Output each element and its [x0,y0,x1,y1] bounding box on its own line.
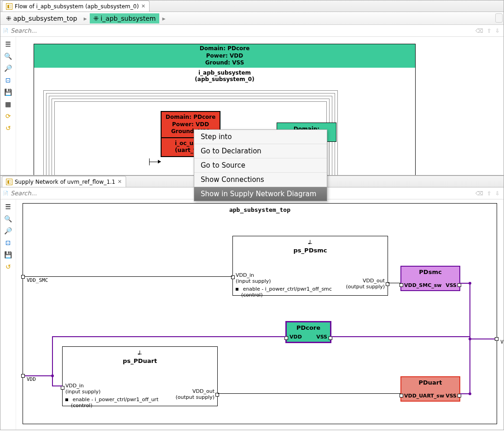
loop-icon[interactable]: ↺ [5,263,12,270]
wire [469,339,488,339]
tab-flow[interactable]: ◧ Flow of i_apb_subsystem (apb_subsystem… [2,0,150,12]
tree-icon[interactable]: ☰ [5,41,12,48]
chip-icon: ⁜ [93,15,99,22]
save-icon[interactable]: 💾 [5,88,12,96]
chip-icon: ⁜ [6,15,12,22]
wire [52,336,53,376]
pdcore-block[interactable]: PDcore VDD VSS [285,321,331,343]
save-icon[interactable]: 💾 [5,251,12,258]
port-vss[interactable] [495,337,498,341]
close-icon[interactable]: ✕ [117,179,122,185]
ctx-show-connections[interactable]: Show Connections [194,173,327,187]
zoom-in-icon[interactable]: 🔍 [5,53,12,60]
supply-body: ☰ 🔍 🔎 ⊡ 💾 ↺ apb_subsystem_top VDD_SMC VD… [0,199,504,430]
breadcrumb-item-subsystem[interactable]: ⁜ i_apb_subsystem [90,13,160,23]
breadcrumb-label: i_apb_subsystem [100,15,156,22]
search-tools: ⌫ ⇧ ⇩ [475,190,502,197]
left-toolbar: ☰ 🔍 🔎 ⊡ 💾 ▦ ⟳ ↺ [0,37,16,175]
tab-bar: ◧ Flow of i_apb_subsystem (apb_subsystem… [0,0,504,12]
label-vss: VSS [500,339,504,345]
tab-label: Flow of i_apb_subsystem (apb_subsystem_0… [15,3,139,10]
wire [52,385,62,386]
search-tools: ⌫ ⇧ ⇩ [475,28,502,34]
flow-icon: ◧ [6,3,12,10]
up-icon[interactable]: ⇧ [487,28,492,34]
close-icon[interactable]: ✕ [141,3,145,9]
down-icon[interactable]: ⇩ [495,190,500,197]
top-block-title: apb_subsystem_top [23,204,497,216]
filter-icon[interactable]: 📄 [2,28,9,34]
clear-icon[interactable]: ⌫ [475,190,483,197]
label-vdd-smc: VDD_SMC [27,277,48,283]
tab-label: Supply Network of uvm_ref_flow_1.1 [15,179,115,185]
loop-icon[interactable]: ↺ [5,124,12,132]
search-input[interactable] [11,27,474,34]
chevron-right-icon: ▸ [83,15,88,22]
domain-header: Domain: PDcore Power: VDD Ground: VSS [34,44,415,68]
zoom-fit-icon[interactable]: ⊡ [5,76,12,84]
zoom-out-icon[interactable]: 🔎 [5,227,12,234]
clear-icon[interactable]: ⌫ [475,28,483,34]
grid-icon[interactable]: ▦ [5,100,12,108]
down-icon[interactable]: ⇩ [495,28,500,34]
port-vdd[interactable] [21,374,25,378]
breadcrumb-label: apb_subsystem_top [13,15,77,22]
pdsmc-block[interactable]: PDsmc VDD_SMC_sw VSS [400,266,460,291]
zoom-out-icon[interactable]: 🔎 [5,64,12,72]
filter-icon[interactable]: 📄 [2,190,9,197]
top-block[interactable]: apb_subsystem_top VDD_SMC VDD VSS ┵ ps_P… [23,203,497,424]
wire [25,276,232,277]
ps-pdsmc-block[interactable]: ┵ ps_PDsmc VDD_in (input supply) enable … [232,236,388,296]
pduart-block[interactable]: PDuart VDD_UART_sw VSS [400,376,460,402]
wire [149,158,150,165]
ctx-go-to-declaration[interactable]: Go to Declaration [194,144,327,158]
wire [331,336,470,337]
tree-icon[interactable]: ☰ [5,203,12,210]
ps-pduart-block[interactable]: ┵ ps_PDuart VDD_in (input supply) enable… [62,346,218,406]
zoom-in-icon[interactable]: 🔍 [5,215,12,222]
left-toolbar: ☰ 🔍 🔎 ⊡ 💾 ↺ [0,199,16,430]
wire [388,283,400,283]
search-bar: 📄 ⌫ ⇧ ⇩ [0,25,504,37]
context-menu: Step into Go to Declaration Go to Source… [194,129,327,201]
label-vdd: VDD [27,376,36,382]
ctx-go-to-source[interactable]: Go to Source [194,158,327,173]
ctx-show-supply-network[interactable]: Show in Supply Network Diagram [194,187,327,201]
breadcrumb: ⁜ apb_subsystem_top ▸ ⁜ i_apb_subsystem … [0,12,504,25]
arrow-icon [158,160,161,164]
ctx-step-into[interactable]: Step into [194,130,327,144]
wire [218,393,400,394]
supply-network-pane: ◧ Supply Network of uvm_ref_flow_1.1 ✕ 📄… [0,175,504,430]
net-icon: ◧ [6,179,12,185]
supply-canvas[interactable]: apb_subsystem_top VDD_SMC VDD VSS ┵ ps_P… [16,199,504,430]
refresh-icon[interactable]: ⟳ [5,112,12,120]
up-icon[interactable]: ⇧ [487,190,492,197]
overflow-button[interactable] [495,13,503,23]
block-title: i_apb_subsystem (apb_subsystem_0) [34,68,415,84]
wire [25,375,52,376]
zoom-fit-icon[interactable]: ⊡ [5,239,12,246]
chevron-right-icon: ▸ [161,15,166,22]
wire [52,336,285,337]
port-vdd-smc[interactable] [21,275,25,279]
breadcrumb-item-top[interactable]: ⁜ apb_subsystem_top [2,13,81,23]
tab-supply-network[interactable]: ◧ Supply Network of uvm_ref_flow_1.1 ✕ [2,176,126,187]
